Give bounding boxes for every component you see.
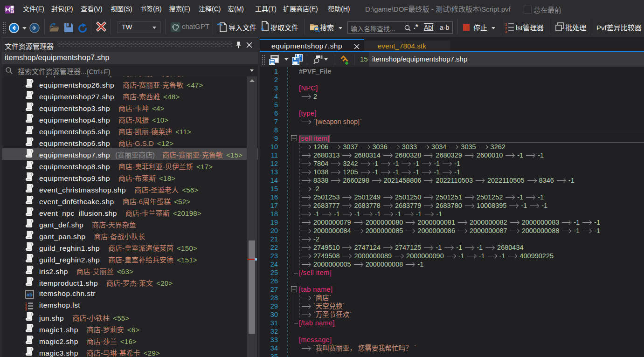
- svg-text:B: B: [10, 8, 14, 14]
- svg-text:3: 3: [505, 30, 507, 33]
